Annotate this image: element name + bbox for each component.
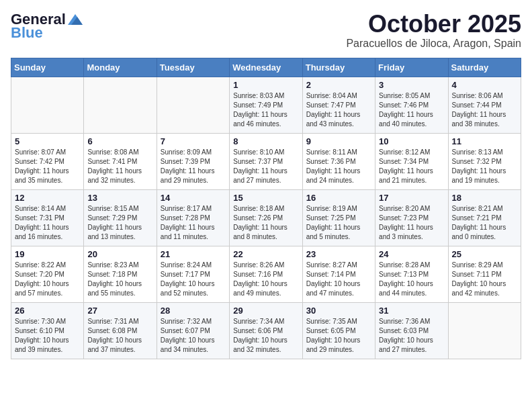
day-info: Sunrise: 8:07 AMSunset: 7:42 PMDaylight:… [15,148,80,185]
day-info: Sunrise: 8:29 AMSunset: 7:11 PMDaylight:… [452,261,517,298]
day-info: Sunrise: 7:34 AMSunset: 6:06 PMDaylight:… [233,317,298,355]
day-info: Sunrise: 8:05 AMSunset: 7:46 PMDaylight:… [379,91,444,129]
day-info: Sunrise: 8:22 AMSunset: 7:20 PMDaylight:… [15,261,80,298]
logo-icon [68,14,83,25]
day-info: Sunrise: 8:26 AMSunset: 7:16 PMDaylight:… [233,261,298,298]
table-row: 5 Sunrise: 8:07 AMSunset: 7:42 PMDayligh… [11,133,84,189]
day-number: 11 [452,136,517,146]
table-row: 8 Sunrise: 8:10 AMSunset: 7:37 PMDayligh… [230,133,302,189]
table-row: 25 Sunrise: 8:29 AMSunset: 7:11 PMDaylig… [448,246,521,302]
table-row: 30 Sunrise: 7:35 AMSunset: 6:05 PMDaylig… [302,302,375,359]
day-number: 23 [306,249,371,259]
day-number: 27 [87,306,152,316]
table-row [448,302,521,359]
location-title: Paracuellos de Jiloca, Aragon, Spain [346,38,521,50]
calendar-week-row: 1 Sunrise: 8:03 AMSunset: 7:49 PMDayligh… [11,77,521,133]
header-monday: Monday [84,58,157,77]
day-number: 22 [233,249,298,259]
day-info: Sunrise: 8:11 AMSunset: 7:36 PMDaylight:… [306,148,371,185]
day-info: Sunrise: 7:35 AMSunset: 6:05 PMDaylight:… [306,317,371,355]
table-row [157,77,229,133]
day-number: 20 [87,249,152,259]
table-row: 7 Sunrise: 8:09 AMSunset: 7:39 PMDayligh… [157,133,229,189]
day-info: Sunrise: 8:12 AMSunset: 7:34 PMDaylight:… [379,148,444,185]
table-row: 3 Sunrise: 8:05 AMSunset: 7:46 PMDayligh… [375,77,448,133]
day-info: Sunrise: 8:15 AMSunset: 7:29 PMDaylight:… [87,204,152,242]
calendar-table: Sunday Monday Tuesday Wednesday Thursday… [11,58,521,359]
day-info: Sunrise: 8:28 AMSunset: 7:13 PMDaylight:… [379,261,444,298]
table-row: 29 Sunrise: 7:34 AMSunset: 6:06 PMDaylig… [230,302,302,359]
table-row: 4 Sunrise: 8:06 AMSunset: 7:44 PMDayligh… [448,77,521,133]
header-thursday: Thursday [302,58,375,77]
day-number: 19 [15,249,80,259]
calendar-week-row: 19 Sunrise: 8:22 AMSunset: 7:20 PMDaylig… [11,246,521,302]
day-info: Sunrise: 8:20 AMSunset: 7:23 PMDaylight:… [379,204,444,242]
table-row: 27 Sunrise: 7:31 AMSunset: 6:08 PMDaylig… [84,302,157,359]
header-friday: Friday [375,58,448,77]
table-row: 17 Sunrise: 8:20 AMSunset: 7:23 PMDaylig… [375,189,448,246]
day-info: Sunrise: 8:27 AMSunset: 7:14 PMDaylight:… [306,261,371,298]
day-number: 26 [15,306,80,316]
day-info: Sunrise: 8:17 AMSunset: 7:28 PMDaylight:… [161,204,226,242]
table-row: 24 Sunrise: 8:28 AMSunset: 7:13 PMDaylig… [375,246,448,302]
day-number: 12 [15,193,80,203]
day-info: Sunrise: 8:18 AMSunset: 7:26 PMDaylight:… [233,204,298,242]
logo-blue: Blue [11,24,43,42]
day-number: 9 [306,136,371,146]
table-row: 15 Sunrise: 8:18 AMSunset: 7:26 PMDaylig… [230,189,302,246]
day-info: Sunrise: 7:32 AMSunset: 6:07 PMDaylight:… [161,317,226,355]
table-row: 1 Sunrise: 8:03 AMSunset: 7:49 PMDayligh… [230,77,302,133]
day-info: Sunrise: 8:13 AMSunset: 7:32 PMDaylight:… [452,148,517,185]
day-info: Sunrise: 7:30 AMSunset: 6:10 PMDaylight:… [15,317,80,355]
day-number: 4 [452,80,517,90]
day-info: Sunrise: 8:06 AMSunset: 7:44 PMDaylight:… [452,91,517,129]
day-number: 28 [161,306,226,316]
day-info: Sunrise: 8:10 AMSunset: 7:37 PMDaylight:… [233,148,298,185]
day-number: 18 [452,193,517,203]
day-info: Sunrise: 8:14 AMSunset: 7:31 PMDaylight:… [15,204,80,242]
day-info: Sunrise: 8:23 AMSunset: 7:18 PMDaylight:… [87,261,152,298]
table-row: 28 Sunrise: 7:32 AMSunset: 6:07 PMDaylig… [157,302,229,359]
day-info: Sunrise: 8:04 AMSunset: 7:47 PMDaylight:… [306,91,371,129]
day-number: 17 [379,193,444,203]
day-info: Sunrise: 8:19 AMSunset: 7:25 PMDaylight:… [306,204,371,242]
day-number: 16 [306,193,371,203]
table-row: 23 Sunrise: 8:27 AMSunset: 7:14 PMDaylig… [302,246,375,302]
day-number: 10 [379,136,444,146]
day-number: 2 [306,80,371,90]
table-row: 26 Sunrise: 7:30 AMSunset: 6:10 PMDaylig… [11,302,84,359]
day-number: 15 [233,193,298,203]
day-info: Sunrise: 8:09 AMSunset: 7:39 PMDaylight:… [161,148,226,185]
month-title: October 2025 [346,11,521,38]
table-row [11,77,84,133]
calendar-week-row: 12 Sunrise: 8:14 AMSunset: 7:31 PMDaylig… [11,189,521,246]
day-info: Sunrise: 8:03 AMSunset: 7:49 PMDaylight:… [233,91,298,129]
table-row: 11 Sunrise: 8:13 AMSunset: 7:32 PMDaylig… [448,133,521,189]
logo: General Blue [11,11,83,42]
day-info: Sunrise: 7:36 AMSunset: 6:03 PMDaylight:… [379,317,444,355]
day-number: 8 [233,136,298,146]
table-row: 10 Sunrise: 8:12 AMSunset: 7:34 PMDaylig… [375,133,448,189]
day-number: 25 [452,249,517,259]
table-row: 31 Sunrise: 7:36 AMSunset: 6:03 PMDaylig… [375,302,448,359]
table-row: 14 Sunrise: 8:17 AMSunset: 7:28 PMDaylig… [157,189,229,246]
day-number: 29 [233,306,298,316]
header-saturday: Saturday [448,58,521,77]
table-row: 19 Sunrise: 8:22 AMSunset: 7:20 PMDaylig… [11,246,84,302]
day-info: Sunrise: 7:31 AMSunset: 6:08 PMDaylight:… [87,317,152,355]
table-row: 2 Sunrise: 8:04 AMSunset: 7:47 PMDayligh… [302,77,375,133]
day-info: Sunrise: 8:24 AMSunset: 7:17 PMDaylight:… [161,261,226,298]
table-row: 12 Sunrise: 8:14 AMSunset: 7:31 PMDaylig… [11,189,84,246]
day-info: Sunrise: 8:21 AMSunset: 7:21 PMDaylight:… [452,204,517,242]
calendar-week-row: 5 Sunrise: 8:07 AMSunset: 7:42 PMDayligh… [11,133,521,189]
header: General Blue October 2025 Paracuellos de… [11,11,521,50]
table-row: 6 Sunrise: 8:08 AMSunset: 7:41 PMDayligh… [84,133,157,189]
day-number: 14 [161,193,226,203]
header-wednesday: Wednesday [230,58,302,77]
day-info: Sunrise: 8:08 AMSunset: 7:41 PMDaylight:… [87,148,152,185]
day-number: 3 [379,80,444,90]
day-number: 30 [306,306,371,316]
day-number: 1 [233,80,298,90]
header-sunday: Sunday [11,58,84,77]
day-number: 5 [15,136,80,146]
